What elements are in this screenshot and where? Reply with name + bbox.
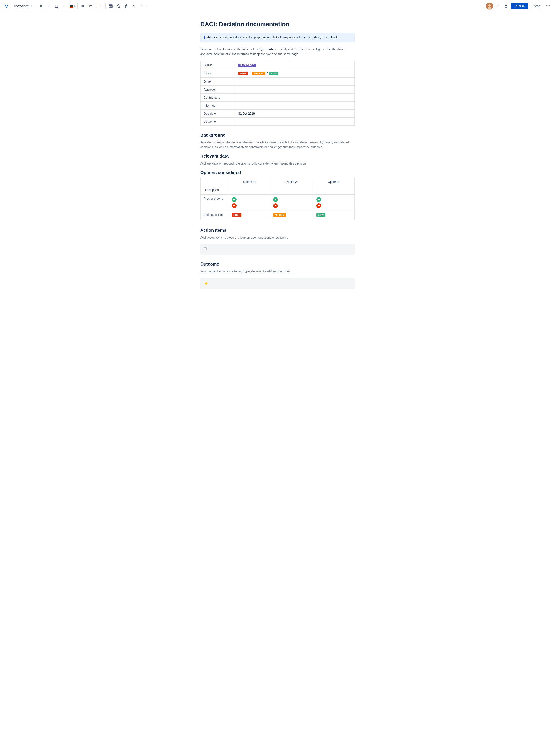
align-button[interactable] <box>95 3 102 9</box>
avatar-image <box>486 3 493 9</box>
attachment-button[interactable] <box>123 3 130 9</box>
options-header-row: Option 1: Option 2: Option 3: <box>201 178 355 186</box>
informed-label: Informed <box>201 101 235 109</box>
avatar[interactable] <box>486 3 493 9</box>
page-content: DACI: Decision documentation ℹ Add your … <box>195 12 360 313</box>
info-icon: ℹ <box>204 36 205 40</box>
relevant-data-heading: Relevant data <box>200 154 355 159</box>
estimated-cost-row: Estimated cost HIGH MEDIUM LOW <box>201 211 355 219</box>
svg-rect-6 <box>90 5 92 6</box>
publish-button[interactable]: Publish <box>511 3 528 9</box>
toolbar: Normal text ▾ B I U ··· ▾ 1. 2. <box>0 0 555 12</box>
pros-cons-row: Pros and cons + − + − + − <box>201 194 355 211</box>
table-button[interactable] <box>107 3 114 9</box>
informed-value[interactable] <box>235 101 355 109</box>
action-items-box[interactable] <box>200 244 355 255</box>
cons-icon-opt2: − <box>273 203 278 208</box>
svg-point-21 <box>506 6 506 7</box>
italic-button[interactable]: I <box>45 3 52 9</box>
contributors-label: Contributors <box>201 93 235 101</box>
separator: / <box>267 72 268 75</box>
more-format-button[interactable]: ··· <box>61 3 68 9</box>
numbered-list-button[interactable]: 1. 2. <box>87 3 94 9</box>
table-row: Approver <box>201 85 355 93</box>
estimated-cost-opt2[interactable]: MEDIUM <box>270 211 313 219</box>
decision-icon: ⚡ <box>204 281 209 286</box>
option-2-header: Option 2: <box>270 178 313 186</box>
align-icon <box>97 4 100 8</box>
outcome-value[interactable] <box>235 118 355 126</box>
bullet-list-icon <box>81 4 85 8</box>
svg-text:2.: 2. <box>89 6 90 7</box>
color-chevron-icon: ▾ <box>74 5 75 7</box>
pros-icon-opt3: + <box>316 197 321 202</box>
table-row: Due date 31 Oct 2019 <box>201 109 355 118</box>
outcome-box[interactable]: ⚡ <box>200 278 355 289</box>
options-col-empty <box>201 178 229 186</box>
bullet-list-button[interactable] <box>79 3 86 9</box>
lock-button[interactable] <box>503 3 509 9</box>
due-date-label: Due date <box>201 109 235 118</box>
cons-icon-opt1: − <box>232 203 237 208</box>
outcome-section-heading: Outcome <box>200 262 355 267</box>
pros-cons-opt1[interactable]: + − <box>229 194 270 211</box>
impact-high-badge: HIGH <box>238 72 248 75</box>
svg-point-18 <box>488 4 490 6</box>
underline-button[interactable]: U <box>53 3 60 9</box>
text-style-picker[interactable]: Normal text ▾ <box>12 3 34 9</box>
impact-value[interactable]: HIGH / MEDIUM / LOW <box>235 69 355 77</box>
driver-value[interactable] <box>235 77 355 85</box>
daci-table: Status UNDECIDED Impact HIGH / MEDIUM / … <box>200 61 355 126</box>
action-items-text: Add action items to close the loop on op… <box>200 235 355 240</box>
cost-medium-badge: MEDIUM <box>273 213 286 217</box>
cons-icon-opt3: − <box>316 203 321 208</box>
impact-label: Impact <box>201 69 235 77</box>
divider-2 <box>77 3 78 9</box>
estimated-cost-label: Estimated cost <box>201 211 229 219</box>
status-label: Status <box>201 61 235 69</box>
insert-button[interactable]: + <box>138 3 145 9</box>
text-style-label: Normal text <box>14 4 30 8</box>
status-badge: UNDECIDED <box>238 63 256 67</box>
svg-rect-8 <box>90 6 92 7</box>
approver-value[interactable] <box>235 85 355 93</box>
action-items-heading: Action Items <box>200 228 355 233</box>
checkbox-icon <box>204 247 207 250</box>
estimated-cost-opt1[interactable]: HIGH <box>229 211 270 219</box>
toolbar-right: + Publish Close ··· <box>486 3 552 9</box>
pros-cons-opt2[interactable]: + − <box>270 194 313 211</box>
svg-rect-10 <box>97 6 99 6</box>
contributors-value[interactable] <box>235 93 355 101</box>
add-collaborator-button[interactable]: + <box>495 3 501 9</box>
description-opt2[interactable] <box>270 186 313 194</box>
insert-chevron-icon: ▾ <box>146 5 147 7</box>
svg-point-19 <box>487 7 492 9</box>
link-icon <box>117 4 120 8</box>
status-value[interactable]: UNDECIDED <box>235 61 355 69</box>
options-heading: Options considered <box>200 170 355 175</box>
color-picker-button[interactable]: ▾ <box>69 3 76 9</box>
estimated-cost-opt3[interactable]: LOW <box>313 211 355 219</box>
pros-cons-opt3[interactable]: + − <box>313 194 355 211</box>
description-opt3[interactable] <box>313 186 355 194</box>
options-table: Option 1: Option 2: Option 3: Descriptio… <box>200 178 355 219</box>
emoji-button[interactable]: ☺ <box>131 3 138 9</box>
outcome-section-text: Summarize the outcome below (type /decis… <box>200 269 355 274</box>
due-date-value[interactable]: 31 Oct 2019 <box>235 109 355 118</box>
page-title: DACI: Decision documentation <box>200 21 355 28</box>
svg-point-1 <box>82 5 82 6</box>
bold-button[interactable]: B <box>38 3 44 9</box>
option-3-header: Option 3: <box>313 178 355 186</box>
description-opt1[interactable] <box>229 186 270 194</box>
close-button[interactable]: Close <box>530 3 543 9</box>
more-options-button[interactable]: ··· <box>545 3 552 9</box>
svg-rect-2 <box>82 5 84 6</box>
link-button[interactable] <box>115 3 122 9</box>
attachment-icon <box>125 4 128 8</box>
align-chevron-icon: ▾ <box>103 5 103 7</box>
background-heading: Background <box>200 133 355 138</box>
cost-low-badge: LOW <box>316 213 326 217</box>
svg-rect-4 <box>82 6 84 7</box>
svg-rect-9 <box>97 5 100 5</box>
color-swatch <box>70 5 74 8</box>
